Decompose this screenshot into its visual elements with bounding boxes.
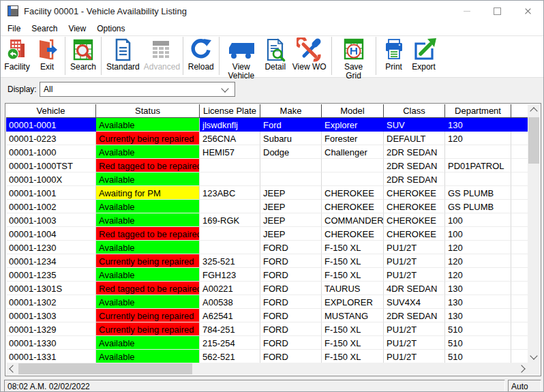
- cell[interactable]: 2DR SEDAN: [384, 309, 445, 322]
- menu-item-options[interactable]: Options: [91, 22, 130, 35]
- cell[interactable]: JEEP: [260, 227, 322, 241]
- status-cell[interactable]: Currently being repaired: [96, 132, 200, 145]
- status-cell[interactable]: Available: [96, 295, 200, 309]
- reload-button[interactable]: Reload: [186, 36, 216, 72]
- cell[interactable]: 2DR SEDAN: [384, 172, 445, 186]
- status-cell[interactable]: Available: [96, 350, 200, 363]
- cell[interactable]: [322, 172, 384, 186]
- cell[interactable]: [445, 172, 511, 186]
- cell[interactable]: 120: [445, 132, 511, 145]
- cell[interactable]: FORD: [260, 241, 322, 254]
- cell[interactable]: 00001-1001: [6, 186, 96, 200]
- column-header-model[interactable]: Model: [322, 104, 384, 117]
- vertical-scrollbar[interactable]: [528, 104, 540, 363]
- cell[interactable]: PU1/2T: [384, 268, 445, 282]
- status-cell[interactable]: Available: [96, 172, 200, 186]
- cell[interactable]: 784-251: [200, 322, 260, 336]
- cell[interactable]: F-150 XL: [322, 254, 384, 268]
- table-row[interactable]: 00001-1000AvailableHEMI57DodgeChallenger…: [6, 145, 528, 159]
- cell[interactable]: 215-254: [200, 336, 260, 350]
- cell[interactable]: [200, 227, 260, 241]
- cell[interactable]: FORD: [260, 336, 322, 350]
- cell[interactable]: Forester: [322, 132, 384, 145]
- cell[interactable]: F-150 XL: [322, 268, 384, 282]
- table-row[interactable]: 00001-1002AvailableJEEPCHEROKEECHEROKEEG…: [6, 200, 528, 213]
- cell[interactable]: GS PLUMB: [445, 186, 511, 200]
- cell[interactable]: CHEROKEE: [322, 200, 384, 213]
- minimize-button[interactable]: [451, 1, 482, 21]
- cell[interactable]: JEEP: [260, 186, 322, 200]
- cell[interactable]: 562-521: [200, 350, 260, 363]
- cell[interactable]: Subaru: [260, 132, 322, 145]
- cell[interactable]: 4DR SEDAN: [384, 282, 445, 295]
- cell[interactable]: 2DR SEDAN: [384, 145, 445, 159]
- table-row[interactable]: 00001-1303Currently being repairedA62541…: [6, 309, 528, 322]
- cell[interactable]: SUV: [384, 118, 445, 132]
- cell[interactable]: DEFAULT: [384, 132, 445, 145]
- column-header-class[interactable]: Class: [384, 104, 445, 117]
- cell[interactable]: PU1/2T: [384, 241, 445, 254]
- cell[interactable]: HEMI57: [200, 145, 260, 159]
- table-row[interactable]: 00001-1000TSTRed tagged to be repaired2D…: [6, 159, 528, 172]
- cell[interactable]: [260, 172, 322, 186]
- column-header-department[interactable]: Department: [445, 104, 511, 117]
- scroll-left-button[interactable]: [6, 363, 18, 374]
- cell[interactable]: 00001-1302: [6, 295, 96, 309]
- search-button[interactable]: Search: [68, 36, 98, 72]
- table-row[interactable]: 00001-1004Red tagged to be repairedJEEPC…: [6, 227, 528, 241]
- cell[interactable]: MUSTANG: [322, 309, 384, 322]
- cell[interactable]: GS PLUMB: [445, 200, 511, 213]
- cell[interactable]: FORD: [260, 309, 322, 322]
- cell[interactable]: JEEP: [260, 213, 322, 227]
- cell[interactable]: PD01PATROL: [445, 159, 511, 172]
- cell[interactable]: jlswdknflj: [200, 118, 260, 132]
- cell[interactable]: 00001-1000: [6, 145, 96, 159]
- cell[interactable]: 00001-1301S: [6, 282, 96, 295]
- cell[interactable]: FORD: [260, 254, 322, 268]
- cell[interactable]: Ford: [260, 118, 322, 132]
- cell[interactable]: [200, 172, 260, 186]
- table-row[interactable]: 00001-1302AvailableA00538FORDEXPLORERSUV…: [6, 295, 528, 309]
- table-row[interactable]: 00001-1301SRed tagged to be repairedA002…: [6, 282, 528, 295]
- horizontal-scrollbar[interactable]: [6, 363, 528, 375]
- save-grid-button[interactable]: Save Grid: [335, 36, 373, 81]
- cell[interactable]: 00001-1230: [6, 241, 96, 254]
- cell[interactable]: 120: [445, 241, 511, 254]
- cell[interactable]: F-150 XL: [322, 350, 384, 363]
- cell[interactable]: 510: [445, 350, 511, 363]
- cell[interactable]: COMMANDER: [322, 213, 384, 227]
- cell[interactable]: 130: [445, 295, 511, 309]
- cell[interactable]: Explorer: [322, 118, 384, 132]
- cell[interactable]: FORD: [260, 295, 322, 309]
- status-cell[interactable]: Red tagged to be repaired: [96, 159, 200, 172]
- status-cell[interactable]: Awaiting for PM: [96, 186, 200, 200]
- table-row[interactable]: 00001-1000XAvailable2DR SEDAN: [6, 172, 528, 186]
- cell[interactable]: 130: [445, 118, 511, 132]
- table-row[interactable]: 00001-1001Awaiting for PM123ABCJEEPCHERO…: [6, 186, 528, 200]
- cell[interactable]: 00001-1331: [6, 350, 96, 363]
- cell[interactable]: PU1/2T: [384, 336, 445, 350]
- cell[interactable]: [445, 145, 511, 159]
- table-row[interactable]: 00001-1331Available562-521FORDF-150 XLPU…: [6, 350, 528, 363]
- cell[interactable]: FORD: [260, 322, 322, 336]
- exit-button[interactable]: Exit: [32, 36, 62, 72]
- cell[interactable]: PU1/2T: [384, 254, 445, 268]
- table-row[interactable]: 00001-1234Currently being repaired325-52…: [6, 254, 528, 268]
- horizontal-scrollbar-thumb[interactable]: [18, 363, 192, 374]
- cell[interactable]: A00221: [200, 282, 260, 295]
- cell[interactable]: 130: [445, 282, 511, 295]
- export-button[interactable]: Export: [409, 36, 439, 72]
- column-header-make[interactable]: Make: [260, 104, 322, 117]
- cell[interactable]: 00001-1002: [6, 200, 96, 213]
- cell[interactable]: 00001-0223: [6, 132, 96, 145]
- cell[interactable]: FORD: [260, 282, 322, 295]
- table-row[interactable]: 00001-1330Available215-254FORDF-150 XLPU…: [6, 336, 528, 350]
- cell[interactable]: 00001-1303: [6, 309, 96, 322]
- standard-button[interactable]: Standard: [104, 36, 142, 72]
- cell[interactable]: 510: [445, 322, 511, 336]
- column-header-status[interactable]: Status: [96, 104, 200, 117]
- maximize-button[interactable]: [482, 1, 513, 21]
- cell[interactable]: CHEROKEE: [384, 227, 445, 241]
- facility-button[interactable]: Facility: [2, 36, 32, 72]
- cell[interactable]: 00001-1235: [6, 268, 96, 282]
